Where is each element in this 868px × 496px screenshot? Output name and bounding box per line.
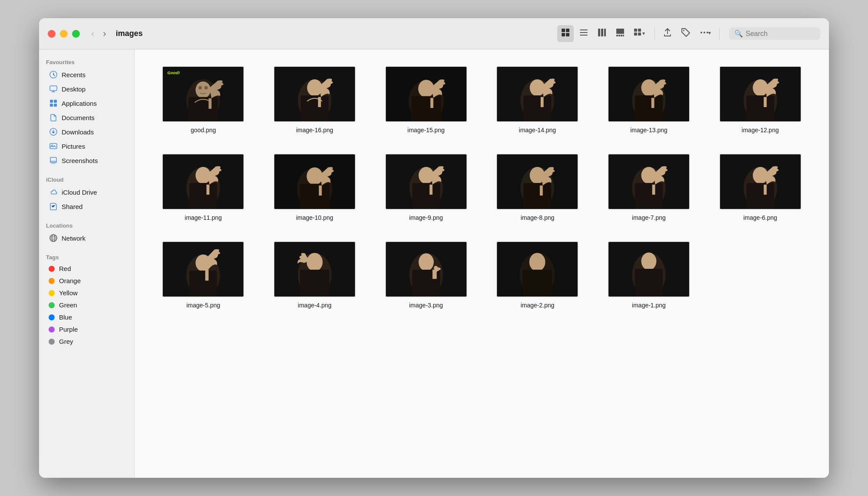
group-icon: ▾: [634, 28, 647, 37]
svg-rect-26: [50, 86, 57, 91]
svg-rect-0: [562, 29, 565, 32]
svg-point-40: [199, 86, 202, 90]
share-icon: [663, 28, 672, 37]
sidebar-item-desktop[interactable]: Desktop: [42, 82, 132, 96]
tag-button[interactable]: [677, 25, 694, 42]
grey-dot: [49, 339, 55, 345]
file-item-14[interactable]: image-14.png: [486, 62, 589, 137]
file-item-16[interactable]: image-16.png: [263, 62, 366, 137]
file-name-good: good.png: [191, 127, 216, 134]
view-grid-button[interactable]: [557, 25, 574, 42]
view-list-button[interactable]: [575, 25, 592, 42]
svg-point-106: [641, 252, 657, 270]
sidebar-item-recents[interactable]: Recents: [42, 68, 132, 82]
file-item-10[interactable]: image-10.png: [263, 150, 366, 225]
file-item-1[interactable]: image-1.png: [598, 238, 700, 312]
svg-rect-17: [634, 33, 637, 36]
maximize-button[interactable]: [72, 30, 80, 38]
sidebar-item-tag-orange[interactable]: Orange: [42, 275, 132, 287]
file-name-13: image-13.png: [630, 127, 667, 134]
list-icon: [579, 28, 589, 37]
file-thumb-16: [273, 66, 356, 122]
tag-orange-label: Orange: [59, 277, 81, 284]
icloud-drive-icon: [49, 187, 58, 197]
view-group-button[interactable]: ▾: [630, 25, 650, 42]
sidebar-item-tag-blue[interactable]: Blue: [42, 311, 132, 323]
svg-rect-86: [746, 183, 774, 209]
svg-rect-16: [638, 29, 641, 32]
applications-icon: [49, 98, 58, 108]
file-item-13[interactable]: image-13.png: [598, 62, 700, 137]
sidebar-item-screenshots[interactable]: Screenshots: [42, 153, 132, 167]
sep1: [39, 168, 134, 174]
close-button[interactable]: [48, 30, 56, 38]
file-thumb-10: [273, 153, 356, 210]
file-thumb-3: [385, 241, 467, 297]
blue-dot: [49, 314, 55, 320]
file-item-7[interactable]: image-7.png: [598, 150, 700, 225]
sidebar-item-shared[interactable]: Shared: [42, 199, 132, 213]
file-item-5[interactable]: image-5.png: [152, 238, 255, 312]
svg-rect-70: [300, 184, 329, 209]
file-item-8[interactable]: image-8.png: [486, 150, 589, 225]
sidebar-item-tag-grey[interactable]: Grey: [42, 336, 132, 347]
more-button[interactable]: ▾: [696, 25, 715, 42]
sidebar-item-tag-purple[interactable]: Purple: [42, 323, 132, 335]
sidebar-item-downloads[interactable]: Downloads: [42, 125, 132, 139]
sidebar: Favourites Recents Desktop Applications: [39, 49, 135, 478]
shared-label: Shared: [62, 203, 82, 210]
forward-button[interactable]: ›: [100, 27, 108, 40]
red-dot: [49, 266, 55, 272]
search-bar[interactable]: 🔍: [729, 27, 820, 40]
svg-rect-54: [523, 95, 551, 121]
file-thumb-7: [608, 153, 690, 210]
search-input[interactable]: [746, 30, 815, 38]
file-thumb-1: [608, 241, 690, 297]
sidebar-item-tag-red[interactable]: Red: [42, 263, 132, 274]
file-thumb-11: [162, 153, 244, 210]
finder-window: ‹ › images: [39, 18, 829, 478]
sidebar-item-documents[interactable]: Documents: [42, 111, 132, 124]
tag-yellow-label: Yellow: [59, 289, 78, 297]
file-thumb-13: [608, 66, 690, 122]
view-gallery-button[interactable]: [612, 25, 628, 42]
sidebar-item-icloud-drive[interactable]: iCloud Drive: [42, 185, 132, 199]
svg-point-97: [418, 253, 434, 271]
svg-point-38: [196, 82, 211, 98]
file-item-2[interactable]: image-2.png: [486, 238, 589, 312]
sidebar-item-network[interactable]: Network: [42, 231, 132, 245]
file-item-15[interactable]: image-15.png: [375, 62, 477, 137]
svg-rect-39: [188, 97, 218, 121]
back-button[interactable]: ‹: [89, 27, 97, 40]
separator2: [719, 28, 720, 40]
file-item-12[interactable]: image-12.png: [709, 62, 812, 137]
file-item-3[interactable]: image-3.png: [375, 238, 477, 312]
svg-rect-46: [301, 95, 329, 121]
svg-point-22: [704, 32, 705, 33]
sidebar-item-tag-yellow[interactable]: Yellow: [42, 287, 132, 299]
svg-rect-9: [604, 29, 606, 36]
file-name-4: image-4.png: [298, 302, 332, 309]
desktop-label: Desktop: [62, 85, 85, 93]
file-item-9[interactable]: image-9.png: [375, 150, 477, 225]
separator: [654, 28, 655, 40]
svg-rect-62: [746, 95, 774, 121]
desktop-icon: [49, 84, 58, 94]
sidebar-item-pictures[interactable]: Pictures: [42, 139, 132, 153]
sidebar-item-applications[interactable]: Applications: [42, 96, 132, 110]
svg-rect-14: [623, 35, 624, 36]
file-item-4[interactable]: image-4.png: [263, 238, 366, 312]
file-item-6[interactable]: image-6.png: [709, 150, 812, 225]
file-name-1: image-1.png: [632, 302, 666, 309]
file-item-11[interactable]: image-11.png: [152, 150, 255, 225]
share-button[interactable]: [659, 25, 676, 42]
svg-rect-74: [412, 183, 440, 209]
file-name-7: image-7.png: [632, 214, 666, 221]
sidebar-item-tag-green[interactable]: Green: [42, 299, 132, 311]
file-thumb-15: [385, 66, 467, 122]
file-name-8: image-8.png: [520, 214, 554, 221]
file-name-9: image-9.png: [409, 214, 443, 221]
minimize-button[interactable]: [60, 30, 68, 38]
file-item-good[interactable]: Good! good.png: [152, 62, 255, 137]
view-columns-button[interactable]: [594, 25, 610, 42]
